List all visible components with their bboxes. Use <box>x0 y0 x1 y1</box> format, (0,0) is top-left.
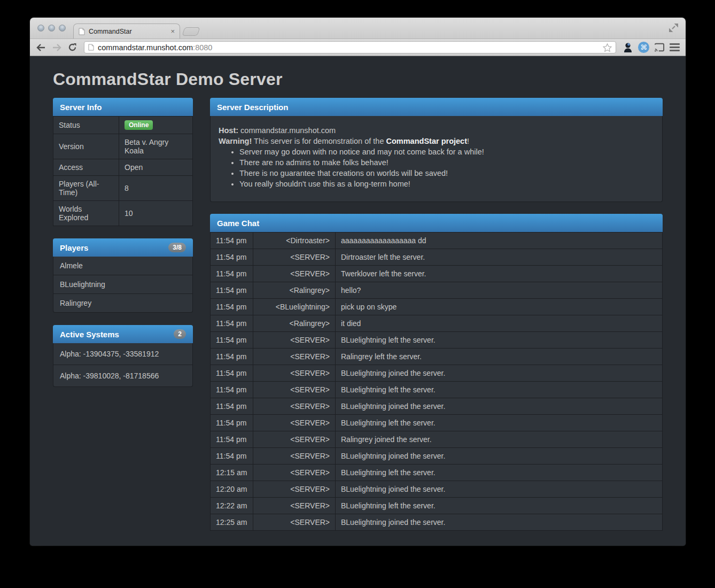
chat-sender: <SERVER> <box>253 249 336 266</box>
chat-time: 11:54 pm <box>211 249 253 266</box>
chat-sender: <SERVER> <box>253 382 336 398</box>
forward-button[interactable] <box>51 42 62 53</box>
server-info-label: Status <box>53 117 119 134</box>
chat-sender: <SERVER> <box>253 415 336 431</box>
player-list-item: Almele <box>53 257 192 275</box>
chat-time: 11:54 pm <box>211 282 253 299</box>
close-window-button[interactable] <box>37 25 44 32</box>
chat-row: 11:54 pm<Ralingrey>hello? <box>211 282 663 299</box>
active-system-list-item: Alpha: -39810028, -81718566 <box>53 365 192 386</box>
chat-row: 11:54 pm<SERVER>Ralingrey joined the ser… <box>211 431 663 448</box>
chat-row: 12:15 am<SERVER>BLuelightning left the s… <box>211 465 663 481</box>
players-panel: Players 3/8 AlmeleBLuelightningRalingrey <box>53 238 193 313</box>
warning-bullet: You really shouldn't use this as a long-… <box>239 179 654 189</box>
extension-person-button[interactable] <box>623 42 633 53</box>
chat-time: 11:54 pm <box>211 415 253 431</box>
page-icon <box>88 44 94 51</box>
chat-message: BLuelightning left the server. <box>336 332 663 349</box>
server-info-value: Open <box>119 159 193 176</box>
chat-sender: <SERVER> <box>253 481 336 498</box>
chat-message: BLuelightning left the server. <box>336 498 663 514</box>
server-info-label: Players (All-Time) <box>53 176 119 201</box>
chat-sender: <SERVER> <box>253 498 336 514</box>
warning-bullet: There are no admins to make folks behave… <box>239 157 654 168</box>
chat-message: hello? <box>336 282 663 299</box>
chat-time: 11:54 pm <box>211 431 253 448</box>
person-silhouette-icon <box>623 42 633 52</box>
status-online-badge: Online <box>125 120 153 130</box>
desktop-background: CommandStar × <box>0 0 715 588</box>
chat-row: 11:54 pm<Ralingrey>it died <box>211 315 663 332</box>
chat-row: 12:25 am<SERVER>BLuelightning joined the… <box>211 514 663 531</box>
chat-message: BLuelightning left the server. <box>336 415 663 431</box>
warning-bullet: Server may go down with no notice and ma… <box>239 146 654 157</box>
chat-message: BLuelightning left the server. <box>336 382 663 398</box>
chat-time: 11:54 pm <box>211 315 253 332</box>
chat-message: aaaaaaaaaaaaaaaaaa dd <box>336 233 663 249</box>
chat-time: 11:54 pm <box>211 299 253 315</box>
warning-suffix: ! <box>467 137 469 145</box>
hamburger-icon <box>670 43 680 45</box>
hamburger-icon-bar <box>670 50 680 51</box>
browser-window: CommandStar × <box>30 18 686 546</box>
chat-row: 11:54 pm<SERVER>Ralingrey left the serve… <box>211 349 663 365</box>
commandstar-project-link[interactable]: CommandStar project <box>386 137 467 145</box>
minimize-window-button[interactable] <box>48 25 55 32</box>
server-info-table: StatusOnlineVersionBeta v. Angry KoalaAc… <box>53 116 193 226</box>
chat-time: 11:54 pm <box>211 398 253 415</box>
server-info-row: VersionBeta v. Angry Koala <box>53 134 193 159</box>
page-favicon-icon <box>79 28 85 35</box>
chat-row: 11:54 pm<SERVER>BLuelightning joined the… <box>211 398 663 415</box>
chat-message: BLuelightning joined the server. <box>336 398 663 415</box>
game-chat-title: Game Chat <box>217 219 259 228</box>
browser-titlebar: CommandStar × <box>30 18 686 39</box>
chat-message: BLuelightning joined the server. <box>336 365 663 382</box>
cast-button[interactable] <box>654 42 665 53</box>
active-systems-panel: Active Systems 2 Alpha: -13904375, -3358… <box>53 325 193 387</box>
active-systems-title: Active Systems <box>60 330 119 339</box>
server-info-label: Version <box>53 134 119 159</box>
server-info-row: StatusOnline <box>53 117 193 134</box>
sidebar-column: Server Info StatusOnlineVersionBeta v. A… <box>53 98 193 387</box>
tab-close-icon[interactable]: × <box>170 28 175 35</box>
browser-tab[interactable]: CommandStar × <box>73 24 180 38</box>
chat-time: 11:54 pm <box>211 233 253 249</box>
chat-sender: <SERVER> <box>253 398 336 415</box>
browser-toolbar: commandstar.munshot.com:8080 ⌘ <box>30 39 686 56</box>
chat-time: 11:54 pm <box>211 266 253 282</box>
back-button[interactable] <box>36 42 46 53</box>
chat-time: 11:54 pm <box>211 349 253 365</box>
active-systems-list: Alpha: -13904375, -33581912Alpha: -39810… <box>53 343 193 387</box>
server-info-row: Players (All-Time)8 <box>53 176 193 201</box>
players-header: Players 3/8 <box>53 238 193 257</box>
chat-row: 11:54 pm<SERVER>BLuelightning joined the… <box>211 365 663 382</box>
address-bar[interactable]: commandstar.munshot.com:8080 <box>84 41 616 53</box>
chat-message: Dirtroaster left the server. <box>336 249 663 266</box>
server-info-title: Server Info <box>60 103 102 112</box>
chat-time: 12:25 am <box>211 514 253 531</box>
browser-menu-button[interactable] <box>670 43 680 51</box>
chat-sender: <Dirtroaster> <box>253 233 336 249</box>
active-systems-count-badge: 2 <box>174 329 186 339</box>
zoom-window-button[interactable] <box>59 25 66 32</box>
host-value: commandstar.munshot.com <box>240 126 336 135</box>
host-line: Host: commandstar.munshot.com <box>219 125 654 136</box>
server-description-body: Host: commandstar.munshot.com Warning! T… <box>210 116 663 202</box>
new-tab-button[interactable] <box>182 27 200 36</box>
game-chat-table-body: 11:54 pm<Dirtroaster>aaaaaaaaaaaaaaaaaa … <box>211 233 663 531</box>
chat-time: 12:22 am <box>211 498 253 514</box>
chat-message: BLuelightning left the server. <box>336 465 663 481</box>
command-symbol-icon: ⌘ <box>640 43 647 51</box>
warning-bullet: There is no guarantee that creations on … <box>239 168 654 179</box>
server-info-table-body: StatusOnlineVersionBeta v. Angry KoalaAc… <box>53 117 193 226</box>
extension-command-button[interactable]: ⌘ <box>638 42 649 53</box>
window-resize-icon[interactable] <box>668 22 679 33</box>
reload-button[interactable] <box>67 42 77 53</box>
game-chat-panel: Game Chat 11:54 pm<Dirtroaster>aaaaaaaaa… <box>210 214 663 531</box>
chat-sender: <SERVER> <box>253 266 336 282</box>
game-chat-header: Game Chat <box>210 214 663 232</box>
bookmark-star-icon[interactable] <box>603 43 612 52</box>
url-text: commandstar.munshot.com:8080 <box>98 43 212 52</box>
warning-text: This server is for demonstration of the <box>254 137 384 145</box>
server-info-label: Access <box>53 159 119 176</box>
